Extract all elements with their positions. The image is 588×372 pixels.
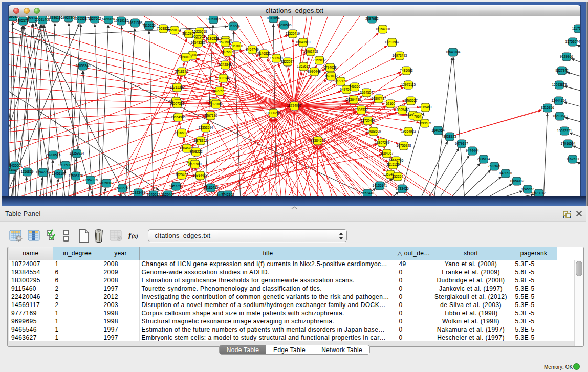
svg-text:10688609: 10688609 [366,129,381,133]
svg-text:7742108: 7742108 [221,193,234,196]
svg-text:12213967: 12213967 [385,40,400,44]
svg-text:6794028: 6794028 [323,65,337,69]
svg-text:9474444: 9474444 [466,149,479,152]
svg-text:10958187: 10958187 [99,181,114,185]
svg-text:2867608: 2867608 [230,44,243,48]
svg-text:8120467: 8120467 [161,193,175,196]
svg-text:9115460: 9115460 [419,105,432,109]
svg-text:9152440: 9152440 [361,191,374,195]
svg-text:10671385: 10671385 [128,21,143,25]
svg-text:8471626: 8471626 [499,171,512,175]
svg-text:15692971: 15692971 [557,129,572,133]
svg-text:14136141: 14136141 [373,184,387,187]
svg-text:16914479: 16914479 [193,173,208,177]
svg-text:16210643: 16210643 [553,114,568,118]
svg-text:9527508: 9527508 [219,40,232,44]
svg-text:9245652: 9245652 [521,187,534,191]
svg-text:8322037: 8322037 [281,60,294,63]
svg-text:11451194: 11451194 [52,172,66,176]
svg-text:1615132: 1615132 [386,163,400,166]
svg-text:(x): (x) [132,233,138,239]
svg-text:12213382: 12213382 [170,85,185,89]
svg-text:8186328: 8186328 [206,37,219,40]
svg-text:3624554: 3624554 [360,91,373,94]
svg-text:9146821: 9146821 [257,52,271,55]
svg-text:18300295: 18300295 [266,111,281,115]
svg-text:1117304: 1117304 [572,27,580,30]
svg-text:10025453: 10025453 [395,108,410,112]
svg-text:7515526: 7515526 [142,24,156,27]
svg-text:8813054: 8813054 [267,16,280,20]
svg-text:16782759: 16782759 [115,186,130,190]
svg-text:15751074: 15751074 [565,40,580,43]
svg-text:18724007: 18724007 [287,104,302,107]
svg-text:1527602: 1527602 [88,17,101,20]
svg-text:16507313: 16507313 [170,102,185,105]
svg-text:12435061: 12435061 [9,164,23,167]
svg-text:1362615: 1362615 [297,64,310,68]
svg-text:7357224: 7357224 [227,24,240,28]
svg-text:1733426: 1733426 [396,187,409,190]
svg-text:917005: 917005 [210,102,222,106]
svg-text:8427552: 8427552 [213,89,226,93]
svg-text:7964: 7964 [414,115,422,118]
svg-text:16640910: 16640910 [296,40,311,44]
svg-text:1621072: 1621072 [324,74,338,78]
svg-text:8990448: 8990448 [308,70,321,73]
svg-text:12353594: 12353594 [199,126,213,129]
svg-text:1571980: 1571980 [188,162,202,166]
svg-text:10543382: 10543382 [191,41,206,45]
svg-text:9699695: 9699695 [418,121,431,125]
svg-text:19384554: 19384554 [311,139,325,142]
svg-text:2087682: 2087682 [365,17,379,20]
svg-text:10719185: 10719185 [114,19,129,23]
svg-text:9227342: 9227342 [555,69,569,72]
svg-text:12975115: 12975115 [401,83,416,86]
svg-text:17186485: 17186485 [204,186,219,189]
svg-text:19654923: 19654923 [401,129,416,133]
svg-text:12505135: 12505135 [69,174,83,178]
svg-text:3875685: 3875685 [221,50,234,54]
svg-text:10756928: 10756928 [397,144,411,147]
svg-text:8573012: 8573012 [532,191,546,195]
svg-text:9242848: 9242848 [219,63,232,67]
svg-text:7955812: 7955812 [313,58,326,62]
svg-text:19218506: 19218506 [277,23,292,27]
svg-text:7632621: 7632621 [488,164,501,168]
svg-text:6479197: 6479197 [455,142,468,145]
svg-text:8215956: 8215956 [541,106,554,110]
svg-text:1640954: 1640954 [431,128,445,132]
svg-text:8878352: 8878352 [194,139,207,142]
svg-text:8267130: 8267130 [204,114,217,117]
svg-text:9463627: 9463627 [404,99,418,102]
svg-text:20053346: 20053346 [76,64,91,68]
svg-text:18807249: 18807249 [375,141,390,144]
svg-text:10961758: 10961758 [303,50,318,53]
svg-text:8938923: 8938923 [443,135,456,138]
svg-text:1156819: 1156819 [21,170,34,173]
svg-text:2803144: 2803144 [216,76,230,80]
svg-text:8454749: 8454749 [246,48,259,51]
svg-text:252254: 252254 [392,174,403,178]
svg-text:1167533: 1167533 [567,157,579,161]
svg-text:17016504: 17016504 [561,142,576,145]
svg-text:12923445: 12923445 [131,191,146,194]
svg-text:12942757: 12942757 [36,170,51,174]
svg-text:12093873: 12093873 [552,83,567,86]
svg-text:10053809: 10053809 [206,17,221,21]
svg-text:12444154: 12444154 [552,99,567,102]
svg-text:1588520: 1588520 [270,56,283,60]
svg-text:7625402: 7625402 [175,173,188,177]
svg-text:19166827: 19166827 [175,131,189,135]
svg-text:8660124: 8660124 [168,28,181,32]
svg-text:9890187: 9890187 [179,55,192,59]
svg-text:62160: 62160 [386,102,395,105]
svg-text:6466160: 6466160 [102,17,115,21]
svg-text:7485063: 7485063 [400,69,413,72]
svg-text:9084067: 9084067 [380,151,394,155]
svg-text:15720407: 15720407 [361,119,376,122]
svg-text:9245012: 9245012 [147,193,160,196]
svg-text:16648784: 16648784 [446,50,461,54]
svg-text:10655287: 10655287 [74,17,89,20]
svg-text:2935114: 2935114 [477,157,490,161]
